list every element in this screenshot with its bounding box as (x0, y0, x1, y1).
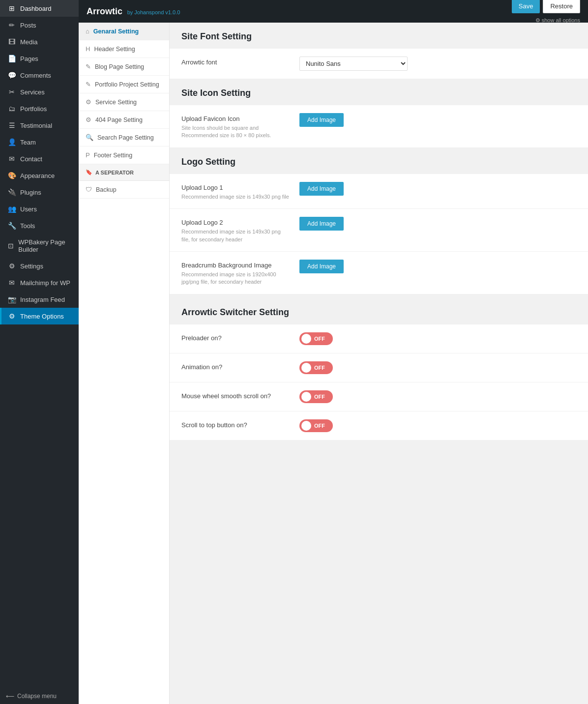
collapse-icon: ⟵ (6, 693, 14, 700)
footer-icon: P (86, 151, 90, 159)
sidebar-item-instagram[interactable]: 📷 Instagram Feed (0, 291, 79, 308)
sec-item-label: Blog Page Setting (95, 63, 144, 70)
logo-section: Upload Logo 1 Recommended image size is … (170, 174, 588, 294)
sidebar-item-label: Pages (20, 55, 38, 62)
sidebar-item-services[interactable]: ✂ Services (0, 84, 79, 100)
sidebar-item-plugins[interactable]: 🔌 Plugins (0, 184, 79, 201)
animation-label: Animation on? (181, 361, 290, 371)
sec-item-404-page-setting[interactable]: ⚙ 404 Page Setting (79, 111, 169, 129)
site-icon-section: Upload Favicon Icon Site Icons should be… (170, 105, 588, 148)
sec-item-service-setting[interactable]: ⚙ Service Setting (79, 93, 169, 111)
add-logo1-button[interactable]: Add Image (299, 182, 344, 196)
sec-item-label: Search Page Setting (97, 134, 154, 141)
sidebar-item-label: Comments (20, 72, 51, 79)
sidebar-item-dashboard[interactable]: ⊞ Dashboard (0, 0, 79, 17)
preloader-toggle[interactable]: OFF (299, 332, 333, 345)
wpbakery-icon: ⊡ (7, 242, 14, 250)
sidebar-item-mailchimp[interactable]: ✉ Mailchimp for WP (0, 274, 79, 291)
sidebar-item-label: Dashboard (20, 5, 52, 12)
sidebar-item-users[interactable]: 👥 Users (0, 201, 79, 217)
font-select[interactable]: Nunito Sans Roboto Open Sans Lato Montse… (299, 57, 408, 71)
sidebar-item-label: Team (20, 139, 36, 146)
arrowtic-font-control[interactable]: Nunito Sans Roboto Open Sans Lato Montse… (299, 57, 576, 71)
users-icon: 👥 (7, 205, 16, 213)
sec-item-portfolio-project-setting[interactable]: ✎ Portfolio Project Setting (79, 76, 169, 93)
animation-control: OFF (299, 361, 576, 374)
sidebar-item-posts[interactable]: ✏ Posts (0, 17, 79, 33)
mouse-scroll-toggle[interactable]: OFF (299, 390, 333, 403)
sidebar-item-tools[interactable]: 🔧 Tools (0, 217, 79, 234)
upload-logo1-label: Upload Logo 1 Recommended image size is … (181, 182, 290, 201)
brand-name: Arrowtic (87, 6, 122, 16)
sidebar-item-team[interactable]: 👤 Team (0, 134, 79, 150)
animation-toggle[interactable]: OFF (299, 361, 333, 374)
switcher-section: Preloader on? OFF Animation on? OFF (170, 324, 588, 440)
sidebar-item-contact[interactable]: ✉ Contact (0, 150, 79, 167)
sec-item-general-setting[interactable]: ⌂ Genaral Setting (79, 23, 169, 40)
switcher-title: Arrowtic Switcher Setting (181, 307, 576, 318)
save-button[interactable]: Save (512, 0, 540, 13)
breadcrumb-bg-label: Breadcrumb Background Image Recommended … (181, 260, 290, 286)
plugins-icon: 🔌 (7, 188, 16, 196)
portfolio-icon: ✎ (86, 81, 91, 88)
header-buttons: Save Restore (512, 0, 580, 13)
arrowtic-font-field: Arrowtic font Nunito Sans Roboto Open Sa… (170, 49, 588, 79)
sidebar-item-label: Settings (20, 263, 43, 270)
add-logo2-button[interactable]: Add Image (299, 217, 344, 231)
sidebar-item-label: Testimonial (20, 122, 52, 129)
sidebar-item-pages[interactable]: 📄 Pages (0, 50, 79, 67)
toggle-knob (301, 363, 311, 373)
sidebar-item-comments[interactable]: 💬 Comments (0, 67, 79, 84)
sec-item-blog-page-setting[interactable]: ✎ Blog Page Setting (79, 58, 169, 76)
separator: 🔖 A SEPERATOR (79, 164, 169, 181)
sec-item-label: Header Setting (94, 46, 135, 53)
home-icon: ⌂ (86, 28, 89, 35)
404-icon: ⚙ (86, 116, 91, 123)
services-icon: ✂ (7, 88, 16, 96)
animation-toggle-label: OFF (314, 365, 325, 371)
bookmark-icon: 🔖 (86, 169, 92, 176)
upload-logo2-field: Upload Logo 2 Recommended image size is … (170, 209, 588, 252)
sidebar-item-settings[interactable]: ⚙ Settings (0, 258, 79, 274)
settings-icon: ⚙ (7, 262, 16, 270)
restore-button[interactable]: Restore (543, 0, 580, 13)
media-icon: 🎞 (7, 38, 16, 46)
scroll-top-control: OFF (299, 419, 576, 432)
sec-item-footer-setting[interactable]: P Footer Setting (79, 147, 169, 164)
scroll-top-toggle[interactable]: OFF (299, 419, 333, 432)
upload-favicon-field: Upload Favicon Icon Site Icons should be… (170, 105, 588, 148)
sidebar-item-label: Plugins (20, 189, 41, 196)
animation-field: Animation on? OFF (170, 353, 588, 382)
preloader-toggle-label: OFF (314, 336, 325, 342)
sec-item-backup[interactable]: 🛡 Backup (79, 181, 169, 199)
top-header: Arrowtic by Johanspond v1.0.0 Save Resto… (79, 0, 588, 23)
sec-item-label: Backup (96, 186, 117, 193)
service-icon: ⚙ (86, 98, 91, 106)
mouse-scroll-field: Mouse wheel smooth scroll on? OFF (170, 382, 588, 411)
main-content: Site Font Setting Arrowtic font Nunito S… (170, 23, 588, 704)
tools-icon: 🔧 (7, 222, 16, 230)
contact-icon: ✉ (7, 155, 16, 163)
sidebar-item-media[interactable]: 🎞 Media (0, 33, 79, 50)
sidebar-item-theme-options[interactable]: ⚙ Theme Options (0, 308, 79, 324)
scroll-top-label: Scroll to top button on? (181, 419, 290, 429)
sidebar-item-wpbakery[interactable]: ⊡ WPBakery Page Builder (0, 234, 79, 258)
upload-favicon-control: Add Image (299, 113, 576, 127)
portfolios-icon: 🗂 (7, 105, 16, 113)
collapse-menu[interactable]: ⟵ Collapse menu (0, 688, 79, 704)
logo-section-header: Logo Setting (170, 148, 588, 174)
mouse-scroll-label: Mouse wheel smooth scroll on? (181, 390, 290, 400)
add-breadcrumb-button[interactable]: Add Image (299, 260, 344, 273)
add-favicon-button[interactable]: Add Image (299, 113, 344, 127)
sec-item-search-page-setting[interactable]: 🔍 Search Page Setting (79, 129, 169, 147)
sec-item-header-setting[interactable]: H Header Setting (79, 40, 169, 58)
sidebar-item-portfolios[interactable]: 🗂 Portfolios (0, 100, 79, 117)
preloader-control: OFF (299, 332, 576, 345)
sidebar-item-testimonial[interactable]: ☰ Testimonial (0, 117, 79, 134)
collapse-label: Collapse menu (17, 693, 57, 700)
upload-logo1-desc: Recommended image size is 149x30 png fil… (181, 193, 290, 201)
mouse-scroll-toggle-label: OFF (314, 394, 325, 400)
scroll-top-toggle-label: OFF (314, 423, 325, 429)
sidebar-item-appearance[interactable]: 🎨 Appearance (0, 167, 79, 184)
site-font-title: Site Font Setting (181, 31, 576, 42)
